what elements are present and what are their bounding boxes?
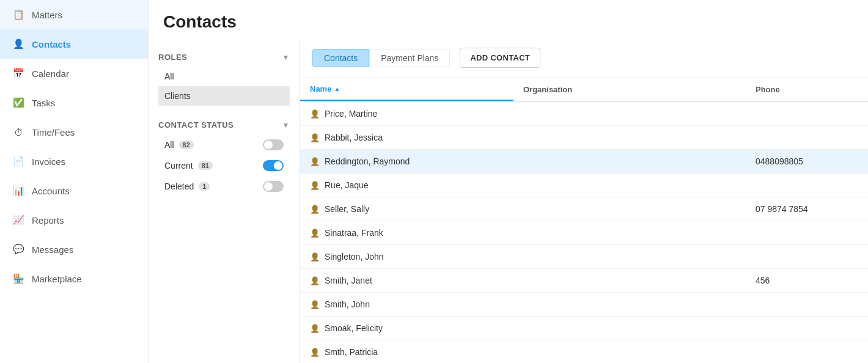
contact-name-cell: 👤 Smith, John	[300, 293, 513, 316]
status-option-current[interactable]: Current 81	[158, 155, 290, 176]
contact-phone: 456	[756, 276, 770, 285]
main-area: Contacts ROLES ▼ All Clients CONTACT STA…	[149, 0, 868, 363]
time-fees-icon: ⏱	[12, 126, 24, 138]
contact-name-cell: 👤 Rue, Jaque	[300, 174, 513, 197]
sidebar-label-contacts: Contacts	[32, 39, 71, 50]
sidebar-label-invoices: Invoices	[32, 156, 65, 167]
table-row[interactable]: 👤 Rabbit, Jessica	[300, 126, 868, 150]
table-row[interactable]: 👤 Smth, Patricia	[300, 340, 868, 363]
sidebar-label-reports: Reports	[32, 215, 64, 226]
tasks-icon: ✅	[12, 97, 24, 109]
table-area: Contacts Payment Plans ADD CONTACT Name …	[300, 38, 868, 363]
tab-contacts[interactable]: Contacts	[312, 49, 369, 67]
page-header: Contacts	[149, 0, 868, 38]
sidebar-label-marketplace: Marketplace	[32, 274, 82, 284]
contact-org-cell	[513, 317, 746, 340]
status-deleted-badge: 1	[199, 182, 210, 191]
contact-phone: 0488098805	[756, 156, 803, 166]
contact-name-cell: 👤 Smith, Janet	[300, 269, 513, 292]
table-body: 👤 Price, Martine 👤 Rabbit, Jessica �	[300, 102, 868, 363]
sort-arrow-icon: ▲	[334, 86, 340, 92]
contact-org-cell	[513, 150, 746, 173]
table-row[interactable]: 👤 Singleton, John	[300, 245, 868, 269]
contact-name-cell: 👤 Reddington, Raymond	[300, 150, 513, 173]
table-row[interactable]: 👤 Rue, Jaque	[300, 174, 868, 197]
status-options: All 82 Current 81 Deleted 1	[158, 134, 290, 197]
contact-person-icon: 👤	[310, 181, 320, 190]
sidebar-item-invoices[interactable]: 📄 Invoices	[0, 147, 148, 176]
invoices-icon: 📄	[12, 155, 24, 167]
contact-name-cell: 👤 Smth, Patricia	[300, 340, 513, 363]
table-row[interactable]: 👤 Smith, Janet 456	[300, 269, 868, 293]
contact-phone-cell	[746, 221, 868, 244]
contact-name-cell: 👤 Rabbit, Jessica	[300, 126, 513, 149]
roles-section-header[interactable]: ROLES ▼	[158, 48, 290, 67]
table-row[interactable]: 👤 Smoak, Felicity	[300, 317, 868, 340]
contact-name: Smth, Patricia	[325, 347, 378, 357]
th-name[interactable]: Name ▲	[300, 78, 513, 101]
roles-label: ROLES	[158, 53, 187, 62]
roles-option-clients[interactable]: Clients	[158, 86, 290, 106]
sidebar-item-messages[interactable]: 💬 Messages	[0, 235, 148, 264]
contact-name: Seller, Sally	[325, 204, 369, 214]
sidebar-item-time-fees[interactable]: ⏱ Time/Fees	[0, 117, 148, 147]
table-row[interactable]: 👤 Seller, Sally 07 9874 7854	[300, 197, 868, 221]
tab-payment-plans[interactable]: Payment Plans	[369, 49, 450, 67]
roles-options: All Clients	[158, 67, 290, 106]
table-row[interactable]: 👤 Sinatraa, Frank	[300, 221, 868, 245]
table-row[interactable]: 👤 Price, Martine	[300, 102, 868, 126]
sidebar-item-reports[interactable]: 📈 Reports	[0, 205, 148, 235]
sidebar-item-matters[interactable]: 📋 Matters	[0, 0, 148, 29]
status-current-label: Current	[164, 161, 193, 170]
th-organisation: Organisation	[513, 78, 746, 101]
contact-name: Rabbit, Jessica	[325, 133, 383, 142]
status-option-deleted[interactable]: Deleted 1	[158, 176, 290, 197]
page-title: Contacts	[163, 12, 853, 32]
contact-name-cell: 👤 Singleton, John	[300, 245, 513, 268]
contact-person-icon: 👤	[310, 205, 320, 214]
sidebar-item-calendar[interactable]: 📅 Calendar	[0, 59, 148, 88]
sidebar-item-accounts[interactable]: 📊 Accounts	[0, 176, 148, 205]
status-option-all[interactable]: All 82	[158, 134, 290, 155]
marketplace-icon: 🏪	[12, 273, 24, 285]
table-row[interactable]: 👤 Smith, John	[300, 293, 868, 317]
th-phone: Phone	[746, 78, 868, 101]
contact-name-cell: 👤 Smoak, Felicity	[300, 317, 513, 340]
calendar-icon: 📅	[12, 67, 24, 79]
contact-phone-cell	[746, 293, 868, 316]
contact-phone: 07 9874 7854	[756, 204, 808, 214]
contact-name: Rue, Jaque	[325, 180, 369, 190]
contact-person-icon: 👤	[310, 157, 320, 166]
contact-org-cell	[513, 245, 746, 268]
sidebar-item-marketplace[interactable]: 🏪 Marketplace	[0, 264, 148, 293]
table-header: Name ▲ Organisation Phone	[300, 78, 868, 102]
status-label: CONTACT STATUS	[158, 120, 234, 130]
contact-name: Reddington, Raymond	[325, 156, 410, 166]
contact-name: Singleton, John	[325, 252, 384, 262]
contact-org-cell	[513, 221, 746, 244]
contact-phone-cell: 0488098805	[746, 150, 868, 173]
contact-person-icon: 👤	[310, 300, 320, 309]
add-contact-button[interactable]: ADD CONTACT	[460, 48, 540, 68]
status-deleted-toggle[interactable]	[263, 181, 284, 192]
filter-panel: ROLES ▼ All Clients CONTACT STATUS ▼ All…	[149, 38, 300, 363]
status-section-header[interactable]: CONTACT STATUS ▼	[158, 116, 290, 134]
contact-person-icon: 👤	[310, 324, 320, 333]
reports-icon: 📈	[12, 214, 24, 226]
contact-org-cell	[513, 340, 746, 363]
sidebar-label-matters: Matters	[32, 10, 62, 20]
sidebar-item-contacts[interactable]: 👤 Contacts	[0, 29, 148, 59]
contact-org-cell	[513, 293, 746, 316]
messages-icon: 💬	[12, 243, 24, 255]
sidebar-item-tasks[interactable]: ✅ Tasks	[0, 88, 148, 117]
table-row[interactable]: 👤 Reddington, Raymond 0488098805	[300, 150, 868, 174]
status-current-toggle[interactable]	[263, 160, 284, 171]
sidebar-label-calendar: Calendar	[32, 68, 69, 79]
status-all-toggle[interactable]	[263, 139, 284, 150]
roles-chevron-icon: ▼	[282, 53, 290, 62]
roles-option-all[interactable]: All	[158, 67, 290, 86]
contact-person-icon: 👤	[310, 133, 320, 142]
contact-name-cell: 👤 Seller, Sally	[300, 197, 513, 221]
contact-name: Price, Martine	[325, 109, 377, 119]
tabs-row: Contacts Payment Plans	[312, 49, 450, 67]
